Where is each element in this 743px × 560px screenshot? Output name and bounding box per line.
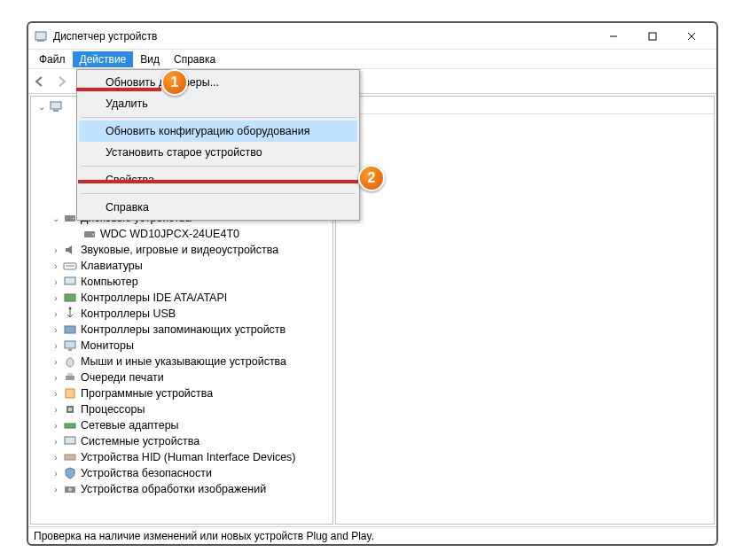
network-icon (63, 418, 77, 432)
expander-icon[interactable]: › (51, 468, 61, 478)
device-manager-window: Диспетчер устройств Файл Действие Вид Сп… (27, 21, 718, 546)
svg-point-20 (66, 358, 74, 367)
svg-rect-1 (37, 40, 44, 42)
expander-icon[interactable]: › (51, 308, 61, 319)
expander-icon[interactable]: › (51, 404, 61, 415)
menu-action[interactable]: Действие (73, 51, 134, 67)
tree-item-storage-ctrl[interactable]: › Контроллеры запоминающих устройств (31, 322, 332, 338)
titlebar: Диспетчер устройств (28, 23, 716, 50)
menu-file[interactable]: Файл (32, 51, 73, 67)
statusbar: Проверка на наличие изменений или новых … (28, 526, 716, 544)
action-menu-dropdown: Обновить драйверы... Удалить Обновить ко… (76, 69, 360, 221)
menu-scan-hardware[interactable]: Обновить конфигурацию оборудования (79, 121, 357, 142)
expander-icon[interactable]: › (51, 356, 61, 367)
annotation-underline (78, 180, 358, 183)
tree-item-system[interactable]: › Системные устройства (31, 433, 332, 449)
details-pane (335, 96, 715, 525)
tree-item-network[interactable]: › Сетевые адаптеры (31, 417, 332, 433)
tree-item-usb[interactable]: › Контроллеры USB (31, 306, 332, 322)
svg-point-16 (69, 307, 72, 310)
controller-icon (63, 291, 77, 305)
menu-separator (81, 166, 356, 167)
computer-icon (63, 275, 77, 289)
svg-rect-15 (65, 294, 75, 301)
annotation-callout-1: 1 (161, 69, 188, 96)
expander-icon[interactable]: › (51, 388, 61, 399)
svg-rect-26 (65, 424, 75, 428)
tree-item-hid[interactable]: › Устройства HID (Human Interface Device… (31, 449, 332, 465)
minimize-button[interactable] (594, 24, 633, 49)
tree-item-monitors[interactable]: › Мониторы (31, 338, 332, 354)
menu-delete[interactable]: Удалить (79, 93, 357, 114)
expander-icon[interactable]: › (51, 484, 61, 494)
monitor-icon (63, 338, 77, 353)
expander-icon[interactable]: ⌄ (51, 213, 61, 223)
expander-icon[interactable]: › (51, 324, 61, 335)
svg-point-11 (92, 234, 94, 236)
tree-item-print-queues[interactable]: › Очереди печати (31, 369, 332, 385)
tree-item-computer[interactable]: › Компьютер (31, 274, 332, 290)
camera-icon (63, 482, 77, 496)
svg-point-9 (73, 218, 74, 220)
expander-icon[interactable]: › (51, 292, 61, 303)
computer-icon (49, 99, 63, 113)
storage-icon (63, 323, 77, 337)
tree-item-disk-child[interactable]: › WDC WD10JPCX-24UE4T0 (31, 226, 332, 242)
annotation-callout-2: 2 (358, 165, 385, 191)
svg-rect-7 (53, 110, 59, 112)
menu-view[interactable]: Вид (133, 51, 167, 67)
menu-add-legacy[interactable]: Установить старое устройство (79, 142, 357, 163)
speaker-icon (63, 243, 77, 257)
expander-icon[interactable]: › (51, 261, 61, 271)
tree-item-audio[interactable]: › Звуковые, игровые и видеоустройства (31, 242, 332, 258)
expander-icon[interactable]: › (51, 420, 61, 431)
tree-item-keyboards[interactable]: › Клавиатуры (31, 258, 332, 274)
system-icon (63, 434, 77, 448)
tree-item-processors[interactable]: › Процессоры (31, 401, 332, 417)
tree-item-security[interactable]: › Устройства безопасности (31, 465, 332, 481)
expander-icon[interactable]: › (51, 276, 61, 287)
forward-button[interactable] (53, 73, 71, 90)
status-text: Проверка на наличие изменений или новых … (34, 530, 374, 542)
tree-item-imaging[interactable]: › Устройства обработки изображений (31, 481, 332, 497)
expander-icon[interactable]: › (51, 340, 61, 351)
svg-rect-19 (68, 349, 72, 351)
tree-item-software[interactable]: › Программные устройства (31, 385, 332, 401)
svg-point-30 (68, 488, 72, 492)
svg-rect-17 (65, 326, 75, 333)
mouse-icon (63, 354, 77, 369)
menu-help[interactable]: Справка (167, 51, 223, 67)
svg-rect-18 (65, 341, 75, 348)
svg-rect-6 (51, 102, 61, 109)
disk-icon (82, 227, 97, 241)
svg-rect-22 (67, 373, 73, 376)
svg-rect-27 (65, 437, 75, 444)
svg-rect-0 (35, 32, 46, 40)
app-icon (34, 29, 48, 43)
expander-icon[interactable]: ⌄ (36, 101, 47, 112)
software-icon (63, 386, 77, 401)
disk-icon (63, 211, 77, 225)
menu-help[interactable]: Справка (79, 197, 357, 218)
tree-item-mice[interactable]: › Мыши и иные указывающие устройства (31, 354, 332, 369)
expander-icon[interactable]: › (51, 436, 61, 447)
expander-icon[interactable]: › (51, 372, 61, 383)
keyboard-icon (63, 259, 77, 273)
window-title: Диспетчер устройств (53, 30, 594, 43)
maximize-button[interactable] (633, 24, 672, 49)
expander-icon[interactable]: › (51, 452, 61, 463)
window-controls (594, 24, 711, 49)
svg-rect-28 (65, 455, 75, 460)
tree-item-ide[interactable]: › Контроллеры IDE ATA/ATAPI (31, 290, 332, 306)
cpu-icon (63, 402, 77, 416)
shield-icon (63, 466, 77, 480)
expander-icon[interactable]: › (51, 245, 61, 255)
svg-rect-14 (65, 277, 75, 284)
hid-icon (63, 450, 77, 464)
back-button[interactable] (32, 73, 50, 90)
svg-rect-3 (649, 33, 656, 40)
usb-icon (63, 307, 77, 321)
svg-rect-21 (66, 376, 74, 380)
close-button[interactable] (672, 24, 711, 49)
details-header[interactable] (336, 97, 714, 114)
